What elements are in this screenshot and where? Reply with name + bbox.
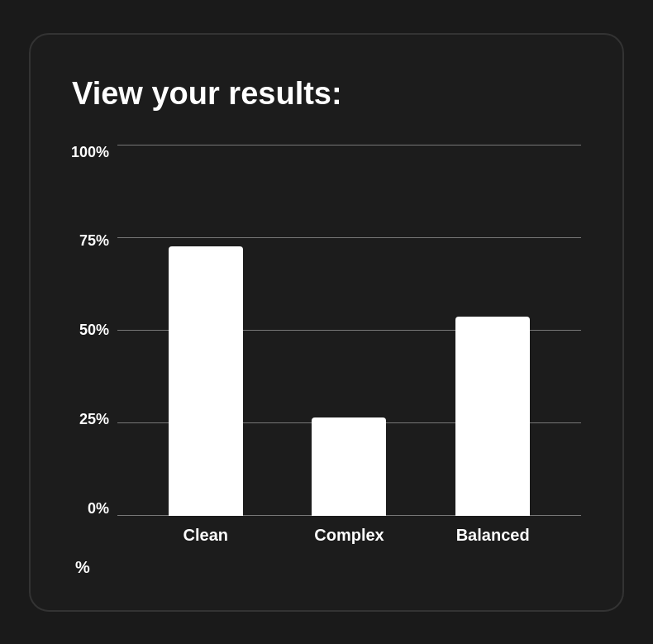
y-axis-label: 0% [88, 501, 109, 516]
y-axis-label: 100% [71, 145, 109, 160]
x-axis-label-clean: Clean [169, 526, 243, 545]
results-card: View your results: 100%75%50%25%0% Clean… [29, 33, 624, 612]
bar-balanced [455, 317, 530, 516]
bar-group [312, 417, 386, 515]
x-axis-title: % [72, 558, 90, 577]
bar-group [169, 246, 243, 516]
x-axis-label-balanced: Balanced [455, 526, 530, 545]
chart-container: 100%75%50%25%0% CleanComplexBalanced % [72, 145, 581, 577]
bar-group [455, 317, 530, 516]
x-axis-title-row: % [72, 558, 581, 577]
x-labels-inner: CleanComplexBalanced [117, 526, 581, 545]
x-axis-labels: CleanComplexBalanced [72, 526, 581, 545]
y-axis-label: 25% [79, 412, 109, 427]
y-axis-label: 50% [79, 322, 109, 337]
page-title: View your results: [72, 76, 581, 112]
bar-clean [169, 246, 243, 516]
chart-area: 100%75%50%25%0% [72, 145, 581, 516]
y-axis: 100%75%50%25%0% [72, 145, 117, 516]
bar-complex [312, 417, 386, 515]
chart-body [117, 145, 581, 516]
bars-row [117, 145, 581, 516]
x-axis-label-complex: Complex [312, 526, 386, 545]
y-axis-label: 75% [79, 233, 109, 248]
